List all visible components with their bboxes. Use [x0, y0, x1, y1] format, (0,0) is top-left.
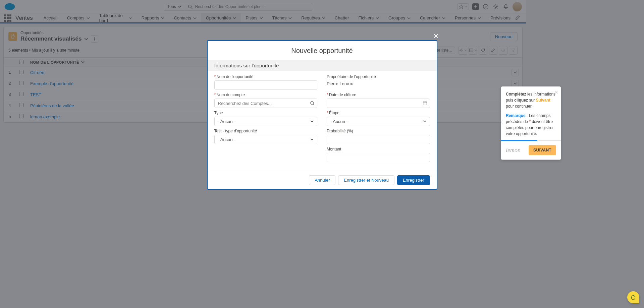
walkthrough-tooltip: × Complétez les informations puis clique… [501, 86, 526, 160]
tooltip-text-1: Complétez les informations puis cliquez … [506, 91, 526, 109]
probability-input[interactable] [327, 135, 430, 144]
calendar-icon[interactable] [423, 101, 427, 106]
search-icon [310, 101, 315, 106]
owner-label: Propriétaire de l'opportunité [327, 74, 430, 79]
amount-label: Montant [327, 147, 430, 151]
close-button[interactable]: × [433, 31, 438, 41]
chevron-down-icon [310, 138, 314, 141]
cancel-button[interactable]: Annuler [309, 175, 335, 185]
chevron-down-icon [310, 120, 314, 123]
name-label: *Nom de l'opportunité [214, 74, 318, 79]
svg-line-14 [313, 104, 315, 106]
stage-label: *Étape [327, 111, 430, 115]
svg-rect-15 [423, 102, 427, 105]
name-input[interactable] [214, 80, 318, 90]
close-date-label: *Date de clôture [327, 93, 430, 97]
save-and-new-button[interactable]: Enregistrer et Nouveau [338, 175, 394, 185]
test-type-label: Test - type d'opportunité [214, 129, 318, 133]
modal-overlay: × Nouvelle opportunité Informations sur … [0, 0, 526, 308]
svg-point-13 [311, 102, 314, 105]
save-button[interactable]: Enregistrer [397, 175, 430, 185]
chevron-down-icon [423, 120, 426, 123]
account-label: *Nom du compte [214, 93, 318, 97]
amount-input[interactable] [327, 153, 430, 162]
stage-select[interactable]: - Aucun - [327, 117, 430, 126]
probability-label: Probabilité (%) [327, 129, 430, 133]
lemon-logo: lemon [506, 147, 521, 154]
type-select[interactable]: - Aucun - [214, 117, 318, 126]
modal-section-heading: Informations sur l'opportunité [208, 60, 437, 71]
type-label: Type [214, 111, 318, 115]
new-opportunity-modal: × Nouvelle opportunité Informations sur … [207, 40, 437, 190]
tooltip-text-2: Remarque : Les champs précédés de * doiv… [506, 113, 526, 137]
owner-value: Pierre Leroux [327, 80, 430, 86]
modal-title: Nouvelle opportunité [208, 41, 437, 60]
modal-body: *Nom de l'opportunité Propriétaire de l'… [208, 71, 437, 171]
close-date-input[interactable] [327, 99, 430, 108]
account-lookup-input[interactable] [214, 99, 318, 108]
tooltip-progress [501, 140, 526, 141]
modal-footer: Annuler Enregistrer et Nouveau Enregistr… [208, 171, 437, 189]
test-type-select[interactable]: - Aucun - [214, 135, 318, 144]
